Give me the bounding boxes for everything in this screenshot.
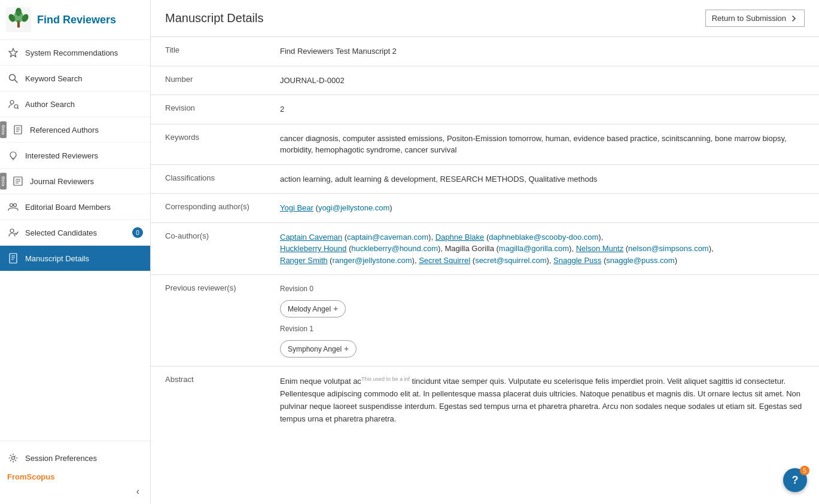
search-icon (7, 72, 19, 84)
coauthor-link-7[interactable]: Snaggle Puss (553, 256, 601, 265)
abstract-value: Enim neque volutpat acThis used to be a … (270, 366, 819, 434)
sidebar-item-label: Journal Reviewers (30, 177, 143, 186)
sidebar-item-interested-reviewers[interactable]: Interested Reviewers (0, 143, 150, 169)
svg-line-11 (18, 108, 19, 109)
beta-badge: Beta (0, 121, 7, 138)
sidebar-item-manuscript-details[interactable]: Manuscript Details (0, 246, 150, 271)
title-row: Title Find Reviewers Test Manuscript 2 (151, 37, 819, 66)
revision-0-label: Revision 0 (280, 283, 809, 294)
add-icon-2: + (344, 343, 349, 355)
reviewer-name-symphony: Symphony Angel (288, 344, 342, 355)
svg-point-7 (10, 75, 16, 81)
manuscript-icon (7, 252, 19, 264)
previous-reviewers-label: Previous reviewer(s) (151, 275, 270, 366)
sidebar-footer: Session Preferences FromScopus ‹ (0, 441, 150, 504)
abstract-superscript: This used to be a inf (361, 376, 410, 382)
chevron-right-icon (790, 14, 798, 23)
help-icon: ? (792, 474, 799, 487)
sidebar-item-label: Interested Reviewers (25, 151, 143, 160)
number-row: Number JOURNAL-D-0002 (151, 66, 819, 96)
sidebar-item-author-search[interactable]: Author Search (0, 91, 150, 117)
sidebar-item-label: Referenced Authors (30, 126, 143, 135)
keywords-label: Keywords (151, 124, 270, 164)
title-value: Find Reviewers Test Manuscript 2 (270, 37, 819, 66)
svg-line-8 (15, 80, 18, 83)
corresponding-value: Yogi Bear (yogi@jellystone.com) (270, 194, 819, 222)
corresponding-author-row: Corresponding author(s) Yogi Bear (yogi@… (151, 194, 819, 223)
coauthor-link-1[interactable]: Daphne Blake (436, 233, 485, 242)
doc-icon (12, 124, 24, 136)
beta-badge-2: Beta (0, 173, 7, 190)
main-content-area: Manuscript Details Return to Submission … (151, 0, 819, 504)
coauthor-link-0[interactable]: Captain Caveman (280, 233, 342, 242)
reviewer-tag-melody[interactable]: Melody Angel + (280, 300, 346, 317)
star-icon (7, 47, 19, 59)
revision-label: Revision (151, 95, 270, 124)
people-icon (7, 201, 19, 213)
return-to-submission-button[interactable]: Return to Submission (705, 10, 805, 27)
number-value: JOURNAL-D-0002 (270, 66, 819, 95)
title-label: Title (151, 37, 270, 66)
svg-marker-6 (9, 48, 17, 57)
sidebar-item-referenced-authors[interactable]: Beta Referenced Authors (0, 117, 150, 143)
manuscript-details-content: Title Find Reviewers Test Manuscript 2 N… (151, 37, 819, 504)
classifications-row: Classifications action learning, adult l… (151, 165, 819, 194)
svg-point-24 (10, 229, 14, 233)
elsevier-logo (6, 7, 31, 32)
sidebar-item-editorial-board[interactable]: Editorial Board Members (0, 194, 150, 220)
coauthors-value: Captain Caveman (captain@caveman.com), D… (270, 223, 819, 275)
sidebar: Find Reviewers System Recommendations Ke… (0, 0, 151, 504)
coauthor-link-5[interactable]: Ranger Smith (280, 256, 327, 265)
coauthor-link-4[interactable]: Nelson Muntz (576, 244, 623, 253)
sidebar-item-label: Manuscript Details (25, 254, 143, 263)
sidebar-collapse[interactable]: ‹ (7, 485, 143, 498)
sidebar-item-system-recommendations[interactable]: System Recommendations (0, 40, 150, 66)
revision-value: 2 (270, 95, 819, 124)
classifications-value: action learning, adult learning & develo… (270, 165, 819, 194)
keywords-value: cancer diagnosis, computer assisted emis… (270, 124, 819, 164)
selected-candidates-badge: 0 (132, 227, 143, 238)
sidebar-item-session-preferences[interactable]: Session Preferences (7, 447, 143, 469)
add-icon: + (333, 303, 338, 315)
corresponding-author-link[interactable]: Yogi Bear (280, 203, 313, 212)
sidebar-header: Find Reviewers (0, 0, 150, 40)
svg-point-5 (14, 11, 23, 23)
person-search-icon (7, 98, 19, 110)
help-button[interactable]: ? 5 (783, 468, 807, 492)
previous-reviewers-value: Revision 0 Melody Angel + Revision 1 Sym… (270, 275, 819, 366)
reviewer-tag-symphony[interactable]: Symphony Angel + (280, 340, 357, 358)
sidebar-item-label: System Recommendations (25, 48, 143, 57)
reviewer-name-melody: Melody Angel (288, 304, 331, 314)
svg-point-9 (10, 100, 14, 104)
journal-icon (12, 175, 24, 187)
sidebar-item-selected-candidates[interactable]: Selected Candidates 0 (0, 220, 150, 246)
help-badge: 5 (800, 466, 809, 475)
candidates-icon (7, 227, 19, 239)
page-title: Manuscript Details (165, 11, 264, 25)
svg-point-22 (10, 204, 13, 207)
svg-point-23 (14, 204, 17, 207)
corresponding-label: Corresponding author(s) (151, 194, 270, 222)
app-title: Find Reviewers (37, 14, 116, 26)
coauthor-link-2[interactable]: Huckleberry Hound (280, 244, 346, 253)
scopus-logo: FromScopus (7, 472, 143, 481)
collapse-button[interactable]: ‹ (133, 485, 143, 498)
number-label: Number (151, 66, 270, 95)
sidebar-item-label: Selected Candidates (25, 228, 124, 237)
sidebar-item-journal-reviewers[interactable]: Beta Journal Reviewers (0, 169, 150, 194)
previous-reviewers-row: Previous reviewer(s) Revision 0 Melody A… (151, 275, 819, 366)
revision-row: Revision 2 (151, 95, 819, 124)
coauthor-link-6[interactable]: Secret Squirrel (419, 256, 470, 265)
sidebar-item-label: Editorial Board Members (25, 203, 143, 212)
sidebar-item-keyword-search[interactable]: Keyword Search (0, 66, 150, 91)
coauthors-row: Co-author(s) Captain Caveman (captain@ca… (151, 223, 819, 276)
svg-rect-25 (10, 253, 17, 263)
preferences-icon (7, 452, 19, 464)
revision-1-label: Revision 1 (280, 323, 809, 334)
classifications-label: Classifications (151, 165, 270, 194)
sidebar-item-label: Keyword Search (25, 74, 143, 83)
keywords-row: Keywords cancer diagnosis, computer assi… (151, 124, 819, 165)
return-label: Return to Submission (712, 14, 786, 23)
sidebar-item-label: Author Search (25, 100, 143, 109)
main-header: Manuscript Details Return to Submission (151, 0, 819, 37)
